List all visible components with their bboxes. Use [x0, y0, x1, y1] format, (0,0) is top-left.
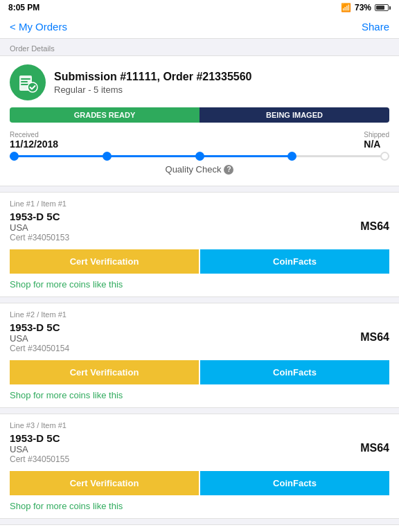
item-line-label-2: Line #2 / Item #1: [10, 310, 389, 319]
order-section-label: Order Details: [0, 39, 399, 55]
order-header-card: Submission #11111, Order #21335560 Regul…: [0, 55, 399, 186]
item-info-2: 1953-D 5C USA Cert #34050154: [10, 321, 69, 353]
item-line-label-1: Line #1 / Item #1: [10, 200, 389, 208]
order-title: Submission #11111, Order #21335560: [54, 71, 252, 83]
item-cert-1: Cert #34050153: [10, 233, 69, 242]
item-row-2: 1953-D 5C USA Cert #34050154 MS64: [10, 321, 389, 353]
cert-verification-button-1[interactable]: Cert Verification: [10, 249, 199, 274]
item-card-4: Line #4 / Item #1 1953-D 5C USA Cert #34…: [0, 524, 399, 532]
items-container: Line #1 / Item #1 1953-D 5C USA Cert #34…: [0, 192, 399, 532]
battery-percent: 73%: [355, 3, 371, 12]
item-card-3: Line #3 / Item #1 1953-D 5C USA Cert #34…: [0, 414, 399, 519]
item-grade-3: MS64: [360, 442, 389, 454]
svg-rect-1: [21, 78, 30, 80]
cert-verification-button-2[interactable]: Cert Verification: [10, 360, 199, 384]
progress-dots: [10, 152, 389, 161]
coinfacts-button-1[interactable]: CoinFacts: [200, 249, 389, 274]
battery-icon: [375, 4, 391, 11]
progress-dot-2: [103, 152, 112, 161]
item-country-2: USA: [10, 333, 69, 344]
order-icon: [10, 64, 46, 100]
item-name-1: 1953-D 5C: [10, 211, 69, 222]
item-grade-1: MS64: [360, 220, 389, 233]
item-country-1: USA: [10, 222, 69, 233]
help-icon[interactable]: ?: [224, 165, 233, 175]
shop-link-1[interactable]: Shop for more coins like this: [10, 274, 389, 296]
pill-grades-ready: GRADES READY: [10, 107, 200, 123]
shop-link-2[interactable]: Shop for more coins like this: [10, 384, 389, 407]
shipped-label: Shipped: [364, 131, 389, 139]
status-pills: GRADES READY BEING IMAGED: [10, 107, 389, 123]
progress-container: [10, 155, 389, 157]
item-buttons-1: Cert Verification CoinFacts: [10, 249, 389, 274]
status-bar: 8:05 PM 📶 73%: [0, 0, 399, 15]
shipped-block: Shipped N/A: [364, 131, 389, 150]
item-name-3: 1953-D 5C: [10, 432, 69, 444]
received-date: 11/12/2018: [10, 139, 58, 150]
nav-bar: < My Orders Share: [0, 15, 399, 39]
item-name-2: 1953-D 5C: [10, 321, 69, 333]
item-info-3: 1953-D 5C USA Cert #34050155: [10, 432, 69, 464]
wifi-icon: 📶: [341, 3, 351, 12]
quality-check-label: Quality Check: [166, 164, 222, 175]
received-block: Received 11/12/2018: [10, 131, 58, 150]
item-card-2: Line #2 / Item #1 1953-D 5C USA Cert #34…: [0, 303, 399, 408]
item-country-3: USA: [10, 444, 69, 454]
shipped-date: N/A: [364, 139, 389, 150]
share-button[interactable]: Share: [362, 21, 389, 33]
svg-rect-2: [21, 81, 28, 82]
received-label: Received: [10, 131, 58, 139]
progress-dot-3: [195, 152, 204, 161]
item-line-label-3: Line #3 / Item #1: [10, 421, 389, 429]
cert-verification-button-3[interactable]: Cert Verification: [10, 471, 199, 495]
status-time: 8:05 PM: [8, 3, 39, 12]
item-buttons-3: Cert Verification CoinFacts: [10, 471, 389, 495]
item-info-1: 1953-D 5C USA Cert #34050153: [10, 211, 69, 242]
item-row-3: 1953-D 5C USA Cert #34050155 MS64: [10, 432, 389, 464]
order-subtitle: Regular - 5 items: [54, 85, 252, 95]
dates-row: Received 11/12/2018 Shipped N/A: [10, 131, 389, 150]
progress-dot-1: [10, 152, 19, 161]
back-button[interactable]: < My Orders: [10, 21, 67, 33]
item-row-1: 1953-D 5C USA Cert #34050153 MS64: [10, 211, 389, 242]
coinfacts-button-3[interactable]: CoinFacts: [200, 471, 389, 495]
pill-being-imaged: BEING IMAGED: [200, 107, 389, 123]
item-cert-2: Cert #34050154: [10, 344, 69, 353]
item-grade-2: MS64: [360, 331, 389, 344]
item-card-1: Line #1 / Item #1 1953-D 5C USA Cert #34…: [0, 192, 399, 297]
item-cert-3: Cert #34050155: [10, 454, 69, 464]
item-buttons-2: Cert Verification CoinFacts: [10, 360, 389, 384]
svg-point-4: [28, 82, 37, 92]
progress-dot-4: [287, 152, 296, 161]
shop-link-3[interactable]: Shop for more coins like this: [10, 495, 389, 518]
quality-check-row: Quality Check ?: [10, 164, 389, 175]
progress-dot-5: [380, 152, 389, 161]
coinfacts-button-2[interactable]: CoinFacts: [200, 360, 389, 384]
